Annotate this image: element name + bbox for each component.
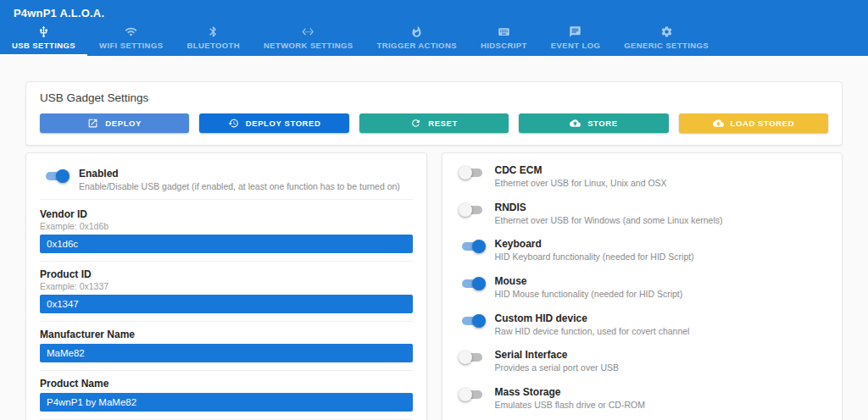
function-description: Raw HID device function, used for covert… xyxy=(495,326,690,338)
function-label: Mouse xyxy=(495,275,683,288)
function-toggle-row[interactable]: Keyboard HID Keyboard functionality (nee… xyxy=(456,232,829,269)
toggle-knob xyxy=(459,166,472,180)
restore-icon xyxy=(228,118,239,129)
function-toggle-row[interactable]: Custom HID device Raw HID device functio… xyxy=(456,307,829,344)
action-button-label: LOAD STORED xyxy=(731,119,795,128)
text-input[interactable] xyxy=(40,235,413,253)
function-description: Provides a serial port over USB xyxy=(495,362,619,374)
cloud-upload-icon xyxy=(570,118,581,129)
function-label: CDC ECM xyxy=(495,164,667,177)
function-toggle-row[interactable]: Mouse HID Mouse functionality (needed fo… xyxy=(456,269,829,307)
keyboard-icon xyxy=(498,25,510,38)
toggle-knob xyxy=(472,240,486,253)
text-input[interactable] xyxy=(40,393,413,412)
toggle-knob xyxy=(56,169,70,183)
field-list: Vendor ID Example: 0x1d6b Product ID Exa… xyxy=(40,202,413,420)
function-toggle-row[interactable]: Serial Interface Provides a serial port … xyxy=(456,343,829,380)
bluetooth-icon xyxy=(207,25,220,38)
function-toggle[interactable] xyxy=(456,386,488,403)
function-toggle-row[interactable]: CDC ECM Ethernet over USB for Linux, Uni… xyxy=(456,158,829,196)
field-group: Manufacturer Name xyxy=(40,321,413,364)
usb-gadget-settings-card: USB Gadget Settings DEPLOY DEPLOY STORED… xyxy=(25,81,843,146)
toggle-knob xyxy=(472,277,486,290)
gadget-action-buttons: DEPLOY DEPLOY STORED RESET STORE xyxy=(40,113,828,133)
function-label: Keyboard xyxy=(495,238,694,251)
tab-label: EVENT LOG xyxy=(551,41,601,50)
tab-label: BLUETOOTH xyxy=(186,41,240,50)
function-toggle[interactable] xyxy=(456,275,488,292)
function-toggle-row[interactable]: RNDIS Ethernet over USB for Windows (and… xyxy=(456,196,829,233)
tab[interactable]: NETWORK SETTINGS xyxy=(252,21,365,56)
toggle-knob xyxy=(472,314,486,328)
function-toggle[interactable] xyxy=(456,312,488,329)
function-description: Emulates USB flash drive or CD-ROM xyxy=(495,400,645,412)
app-header: P4wnP1 A.L.O.A. USB SETTINGS WIFI SETTIN… xyxy=(0,0,868,56)
field-hint: Example: 0x1d6b xyxy=(40,221,413,231)
action-button[interactable]: STORE xyxy=(519,113,668,133)
function-toggle[interactable] xyxy=(456,164,488,181)
action-button[interactable]: RESET xyxy=(359,113,509,133)
field-label: Product ID xyxy=(40,268,413,280)
field-group: Product Name xyxy=(40,370,413,413)
card-title: USB Gadget Settings xyxy=(40,91,828,104)
cloud-download-icon xyxy=(713,118,724,129)
field-group: Product ID Example: 0x1337 xyxy=(40,261,413,315)
tab[interactable]: GENERIC SETTINGS xyxy=(612,21,721,56)
tab[interactable]: HIDSCRIPT xyxy=(469,21,539,56)
action-button-label: DEPLOY STORED xyxy=(246,119,321,128)
tab-bar: USB SETTINGS WIFI SETTINGS BLUETOOTH NET… xyxy=(0,21,868,56)
tab-label: GENERIC SETTINGS xyxy=(624,41,709,50)
function-toggle[interactable] xyxy=(456,349,488,366)
enabled-toggle-description: Enable/Disable USB gadget (if enabled, a… xyxy=(79,181,400,193)
gear-icon xyxy=(660,25,673,38)
tab[interactable]: BLUETOOTH xyxy=(175,21,252,56)
usb-gadget-config-card: Enabled Enable/Disable USB gadget (if en… xyxy=(25,152,427,420)
settings-panels: Enabled Enable/Disable USB gadget (if en… xyxy=(25,152,843,420)
chat-icon xyxy=(569,25,581,38)
ethernet-icon xyxy=(302,25,314,38)
enabled-toggle-row[interactable]: Enabled Enable/Disable USB gadget (if en… xyxy=(40,162,413,200)
fire-icon xyxy=(410,25,423,38)
tab[interactable]: USB SETTINGS xyxy=(0,21,87,56)
function-toggle[interactable] xyxy=(456,238,488,255)
enabled-toggle[interactable] xyxy=(40,168,72,185)
wifi-icon xyxy=(125,25,137,38)
action-button-label: DEPLOY xyxy=(105,119,142,128)
usb-functions-card: CDC ECM Ethernet over USB for Linux, Uni… xyxy=(442,152,843,420)
field-label: Product Name xyxy=(40,378,413,390)
action-button[interactable]: DEPLOY STORED xyxy=(199,113,348,133)
enabled-toggle-label: Enabled xyxy=(79,168,400,180)
refresh-icon xyxy=(410,118,421,129)
action-button-label: RESET xyxy=(428,119,458,128)
function-toggle-row[interactable]: Mass Storage Emulates USB flash drive or… xyxy=(456,380,829,417)
text-input[interactable] xyxy=(40,295,413,313)
toggle-knob xyxy=(459,203,472,217)
field-hint: Example: 0x1337 xyxy=(40,281,413,291)
tab-label: USB SETTINGS xyxy=(12,41,75,50)
field-label: Manufacturer Name xyxy=(40,329,413,340)
tab-label: HIDSCRIPT xyxy=(481,41,527,50)
function-toggle[interactable] xyxy=(456,202,488,218)
usb-icon xyxy=(37,25,50,38)
launch-icon xyxy=(87,118,98,129)
function-toggle-list: CDC ECM Ethernet over USB for Linux, Uni… xyxy=(456,158,829,417)
function-label: RNDIS xyxy=(495,202,723,214)
field-label: Vendor ID xyxy=(40,208,413,220)
tab-label: NETWORK SETTINGS xyxy=(264,41,353,50)
app-title: P4wnP1 A.L.O.A. xyxy=(0,0,868,21)
toggle-knob xyxy=(459,388,472,401)
function-label: Serial Interface xyxy=(495,349,619,362)
function-description: HID Keyboard functionality (needed for H… xyxy=(495,251,694,263)
main-content: USB Gadget Settings DEPLOY DEPLOY STORED… xyxy=(0,56,868,420)
text-input[interactable] xyxy=(40,344,413,362)
tab[interactable]: EVENT LOG xyxy=(539,21,613,56)
toggle-knob xyxy=(459,351,472,364)
action-button[interactable]: DEPLOY xyxy=(40,113,189,133)
tab[interactable]: WIFI SETTINGS xyxy=(87,21,175,56)
action-button-label: STORE xyxy=(587,119,618,128)
action-button[interactable]: LOAD STORED xyxy=(679,113,828,133)
tab[interactable]: TRIGGER ACTIONS xyxy=(365,21,469,56)
function-description: Ethernet over USB for Linux, Unix and OS… xyxy=(495,178,667,190)
function-description: HID Mouse functionality (needed for HID … xyxy=(495,289,683,301)
tab-label: WIFI SETTINGS xyxy=(99,41,163,50)
